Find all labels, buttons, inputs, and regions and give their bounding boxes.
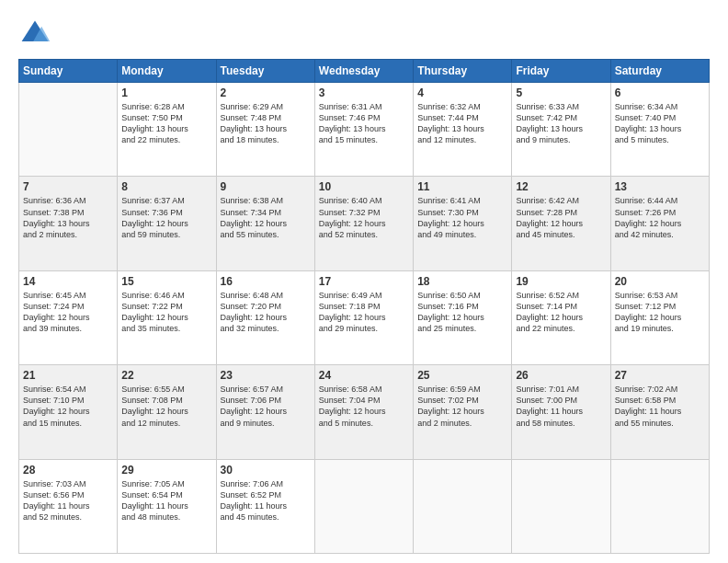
- day-number: 13: [615, 180, 705, 193]
- day-number: 7: [23, 180, 113, 193]
- day-info: Sunrise: 6:28 AMSunset: 7:50 PMDaylight:…: [121, 101, 211, 146]
- calendar-cell: [19, 83, 118, 177]
- calendar-cell: [414, 459, 512, 553]
- weekday-header-tuesday: Tuesday: [216, 60, 314, 83]
- day-info: Sunrise: 6:32 AMSunset: 7:44 PMDaylight:…: [417, 101, 507, 146]
- day-info: Sunrise: 6:57 AMSunset: 7:06 PMDaylight:…: [221, 384, 311, 429]
- day-number: 20: [615, 275, 705, 288]
- calendar-week-row: 28Sunrise: 7:03 AMSunset: 6:56 PMDayligh…: [19, 459, 710, 553]
- day-info: Sunrise: 6:49 AMSunset: 7:18 PMDaylight:…: [319, 290, 409, 335]
- calendar-cell: 18Sunrise: 6:50 AMSunset: 7:16 PMDayligh…: [414, 270, 512, 364]
- calendar-cell: 6Sunrise: 6:34 AMSunset: 7:40 PMDaylight…: [610, 83, 709, 177]
- calendar-cell: 9Sunrise: 6:38 AMSunset: 7:34 PMDaylight…: [216, 177, 314, 270]
- calendar-cell: 5Sunrise: 6:33 AMSunset: 7:42 PMDaylight…: [512, 83, 610, 177]
- day-number: 24: [319, 369, 409, 382]
- calendar-cell: 13Sunrise: 6:44 AMSunset: 7:26 PMDayligh…: [610, 177, 709, 270]
- calendar-cell: 17Sunrise: 6:49 AMSunset: 7:18 PMDayligh…: [314, 270, 413, 364]
- day-number: 9: [221, 180, 311, 193]
- day-number: 17: [319, 275, 409, 288]
- day-number: 11: [417, 180, 507, 193]
- calendar-cell: [610, 459, 709, 553]
- weekday-header-monday: Monday: [118, 60, 216, 83]
- day-info: Sunrise: 6:33 AMSunset: 7:42 PMDaylight:…: [516, 101, 606, 146]
- calendar-cell: 19Sunrise: 6:52 AMSunset: 7:14 PMDayligh…: [512, 270, 610, 364]
- day-info: Sunrise: 6:40 AMSunset: 7:32 PMDaylight:…: [319, 195, 409, 240]
- calendar-cell: 4Sunrise: 6:32 AMSunset: 7:44 PMDaylight…: [414, 83, 512, 177]
- day-number: 3: [319, 86, 409, 99]
- day-number: 18: [417, 275, 507, 288]
- calendar-cell: 25Sunrise: 6:59 AMSunset: 7:02 PMDayligh…: [414, 365, 512, 459]
- day-info: Sunrise: 6:58 AMSunset: 7:04 PMDaylight:…: [319, 384, 409, 429]
- day-info: Sunrise: 6:41 AMSunset: 7:30 PMDaylight:…: [417, 195, 507, 240]
- calendar-cell: 24Sunrise: 6:58 AMSunset: 7:04 PMDayligh…: [314, 365, 413, 459]
- day-number: 16: [221, 275, 311, 288]
- day-info: Sunrise: 7:06 AMSunset: 6:52 PMDaylight:…: [221, 478, 311, 523]
- calendar-cell: 22Sunrise: 6:55 AMSunset: 7:08 PMDayligh…: [118, 365, 216, 459]
- day-info: Sunrise: 6:45 AMSunset: 7:24 PMDaylight:…: [23, 290, 113, 335]
- day-info: Sunrise: 6:46 AMSunset: 7:22 PMDaylight:…: [121, 290, 211, 335]
- calendar-cell: 30Sunrise: 7:06 AMSunset: 6:52 PMDayligh…: [216, 459, 314, 553]
- day-info: Sunrise: 6:59 AMSunset: 7:02 PMDaylight:…: [417, 384, 507, 429]
- calendar-cell: 14Sunrise: 6:45 AMSunset: 7:24 PMDayligh…: [19, 270, 118, 364]
- calendar-table: SundayMondayTuesdayWednesdayThursdayFrid…: [18, 59, 710, 554]
- day-info: Sunrise: 6:37 AMSunset: 7:36 PMDaylight:…: [121, 195, 211, 240]
- calendar-cell: [512, 459, 610, 553]
- day-info: Sunrise: 6:53 AMSunset: 7:12 PMDaylight:…: [615, 290, 705, 335]
- calendar-cell: 10Sunrise: 6:40 AMSunset: 7:32 PMDayligh…: [314, 177, 413, 270]
- calendar-cell: 16Sunrise: 6:48 AMSunset: 7:20 PMDayligh…: [216, 270, 314, 364]
- day-number: 15: [121, 275, 211, 288]
- day-number: 22: [121, 369, 211, 382]
- calendar-cell: 28Sunrise: 7:03 AMSunset: 6:56 PMDayligh…: [19, 459, 118, 553]
- day-info: Sunrise: 6:48 AMSunset: 7:20 PMDaylight:…: [221, 290, 311, 335]
- calendar-cell: 11Sunrise: 6:41 AMSunset: 7:30 PMDayligh…: [414, 177, 512, 270]
- day-info: Sunrise: 6:38 AMSunset: 7:34 PMDaylight:…: [221, 195, 311, 240]
- calendar-cell: 26Sunrise: 7:01 AMSunset: 7:00 PMDayligh…: [512, 365, 610, 459]
- day-number: 21: [23, 369, 113, 382]
- weekday-header-sunday: Sunday: [19, 60, 118, 83]
- calendar-week-row: 21Sunrise: 6:54 AMSunset: 7:10 PMDayligh…: [19, 365, 710, 459]
- calendar-cell: 21Sunrise: 6:54 AMSunset: 7:10 PMDayligh…: [19, 365, 118, 459]
- day-info: Sunrise: 6:34 AMSunset: 7:40 PMDaylight:…: [615, 101, 705, 146]
- calendar-cell: 3Sunrise: 6:31 AMSunset: 7:46 PMDaylight…: [314, 83, 413, 177]
- calendar-cell: [314, 459, 413, 553]
- day-info: Sunrise: 7:03 AMSunset: 6:56 PMDaylight:…: [23, 478, 113, 523]
- day-number: 6: [615, 86, 705, 99]
- weekday-header-thursday: Thursday: [414, 60, 512, 83]
- day-number: 30: [221, 464, 311, 477]
- logo-icon: [18, 17, 51, 50]
- calendar-cell: 20Sunrise: 6:53 AMSunset: 7:12 PMDayligh…: [610, 270, 709, 364]
- day-number: 5: [516, 86, 606, 99]
- calendar-cell: 23Sunrise: 6:57 AMSunset: 7:06 PMDayligh…: [216, 365, 314, 459]
- day-number: 12: [516, 180, 606, 193]
- day-info: Sunrise: 6:36 AMSunset: 7:38 PMDaylight:…: [23, 195, 113, 240]
- weekday-header-friday: Friday: [512, 60, 610, 83]
- weekday-header-wednesday: Wednesday: [314, 60, 413, 83]
- day-info: Sunrise: 6:31 AMSunset: 7:46 PMDaylight:…: [319, 101, 409, 146]
- day-info: Sunrise: 6:50 AMSunset: 7:16 PMDaylight:…: [417, 290, 507, 335]
- day-number: 1: [121, 86, 211, 99]
- calendar-cell: 15Sunrise: 6:46 AMSunset: 7:22 PMDayligh…: [118, 270, 216, 364]
- day-number: 10: [319, 180, 409, 193]
- day-info: Sunrise: 6:54 AMSunset: 7:10 PMDaylight:…: [23, 384, 113, 429]
- day-number: 27: [615, 369, 705, 382]
- day-number: 23: [221, 369, 311, 382]
- calendar-cell: 29Sunrise: 7:05 AMSunset: 6:54 PMDayligh…: [118, 459, 216, 553]
- day-info: Sunrise: 7:02 AMSunset: 6:58 PMDaylight:…: [615, 384, 705, 429]
- calendar-cell: 2Sunrise: 6:29 AMSunset: 7:48 PMDaylight…: [216, 83, 314, 177]
- calendar-week-row: 7Sunrise: 6:36 AMSunset: 7:38 PMDaylight…: [19, 177, 710, 270]
- calendar-cell: 7Sunrise: 6:36 AMSunset: 7:38 PMDaylight…: [19, 177, 118, 270]
- day-number: 25: [417, 369, 507, 382]
- weekday-header-saturday: Saturday: [610, 60, 709, 83]
- day-info: Sunrise: 7:01 AMSunset: 7:00 PMDaylight:…: [516, 384, 606, 429]
- calendar-cell: 8Sunrise: 6:37 AMSunset: 7:36 PMDaylight…: [118, 177, 216, 270]
- day-info: Sunrise: 6:55 AMSunset: 7:08 PMDaylight:…: [121, 384, 211, 429]
- weekday-header-row: SundayMondayTuesdayWednesdayThursdayFrid…: [19, 60, 710, 83]
- day-number: 19: [516, 275, 606, 288]
- calendar-week-row: 14Sunrise: 6:45 AMSunset: 7:24 PMDayligh…: [19, 270, 710, 364]
- day-number: 2: [221, 86, 311, 99]
- day-number: 29: [121, 464, 211, 477]
- calendar-week-row: 1Sunrise: 6:28 AMSunset: 7:50 PMDaylight…: [19, 83, 710, 177]
- calendar-cell: 1Sunrise: 6:28 AMSunset: 7:50 PMDaylight…: [118, 83, 216, 177]
- day-number: 8: [121, 180, 211, 193]
- page: SundayMondayTuesdayWednesdayThursdayFrid…: [0, 0, 728, 563]
